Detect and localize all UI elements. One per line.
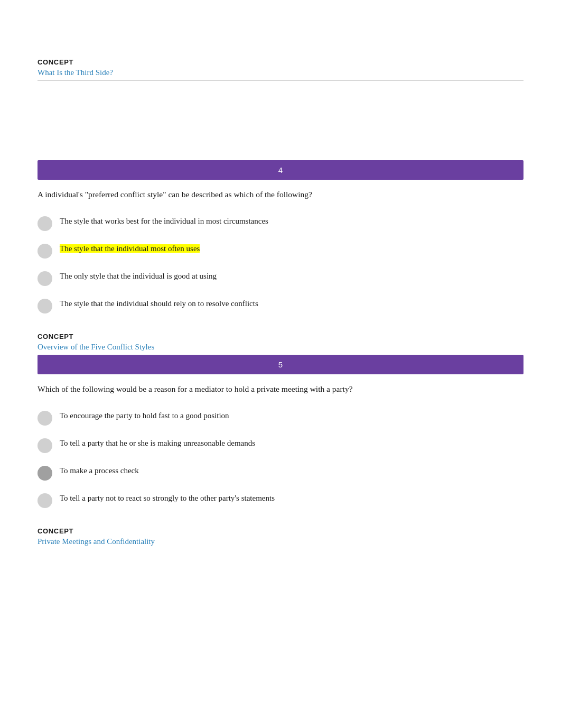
option-4b[interactable]: The style that the individual most often…: [38, 239, 523, 262]
option-5b-radio[interactable]: [38, 438, 52, 453]
question-4-number-bar: 4: [38, 160, 523, 180]
concept-divider-1: [38, 80, 523, 81]
option-4c-text: The only style that the individual is go…: [60, 270, 523, 282]
concept-label-2: CONCEPT: [38, 333, 523, 340]
question-5-number-bar: 5: [38, 355, 523, 374]
concept-label-1: CONCEPT: [38, 58, 523, 66]
concept-link-3[interactable]: Private Meetings and Confidentiality: [38, 537, 523, 546]
option-5d-text: To tell a party not to react so strongly…: [60, 492, 523, 504]
question-4-options: The style that works best for the indivi…: [38, 212, 523, 317]
option-4d-radio[interactable]: [38, 299, 52, 314]
question-5-text: Which of the following would be a reason…: [38, 383, 523, 396]
question-block-5: 5 Which of the following would be a reas…: [38, 355, 523, 511]
option-5c[interactable]: To make a process check: [38, 462, 523, 484]
concept-section-1: CONCEPT What Is the Third Side?: [38, 58, 523, 81]
option-4b-text: The style that the individual most often…: [60, 243, 523, 255]
option-4c[interactable]: The only style that the individual is go…: [38, 267, 523, 289]
spacer-1: [38, 97, 523, 160]
option-5a-text: To encourage the party to hold fast to a…: [60, 410, 523, 422]
option-5c-radio[interactable]: [38, 466, 52, 481]
option-5a[interactable]: To encourage the party to hold fast to a…: [38, 407, 523, 429]
option-5b[interactable]: To tell a party that he or she is making…: [38, 434, 523, 456]
option-5a-radio[interactable]: [38, 411, 52, 426]
option-4b-highlight: The style that the individual most often…: [60, 244, 200, 253]
option-4c-radio[interactable]: [38, 271, 52, 286]
option-5d-radio[interactable]: [38, 493, 52, 508]
option-4b-radio[interactable]: [38, 244, 52, 259]
option-5c-text: To make a process check: [60, 465, 523, 477]
option-4d-text: The style that the individual should rel…: [60, 298, 523, 310]
option-4d[interactable]: The style that the individual should rel…: [38, 294, 523, 317]
option-5d[interactable]: To tell a party not to react so strongly…: [38, 489, 523, 511]
concept-section-3: CONCEPT Private Meetings and Confidentia…: [38, 527, 523, 546]
concept-section-2: CONCEPT Overview of the Five Conflict St…: [38, 333, 523, 352]
concept-link-2[interactable]: Overview of the Five Conflict Styles: [38, 343, 523, 352]
page-container: CONCEPT What Is the Third Side? 4 A indi…: [27, 0, 534, 592]
option-4a[interactable]: The style that works best for the indivi…: [38, 212, 523, 234]
concept-link-1[interactable]: What Is the Third Side?: [38, 68, 523, 77]
concept-label-3: CONCEPT: [38, 527, 523, 535]
question-4-text: A individual's "preferred conflict style…: [38, 188, 523, 201]
option-4a-text: The style that works best for the indivi…: [60, 215, 523, 227]
option-5b-text: To tell a party that he or she is making…: [60, 437, 523, 449]
question-block-4: 4 A individual's "preferred conflict sty…: [38, 160, 523, 317]
question-5-options: To encourage the party to hold fast to a…: [38, 407, 523, 511]
option-4a-radio[interactable]: [38, 216, 52, 231]
